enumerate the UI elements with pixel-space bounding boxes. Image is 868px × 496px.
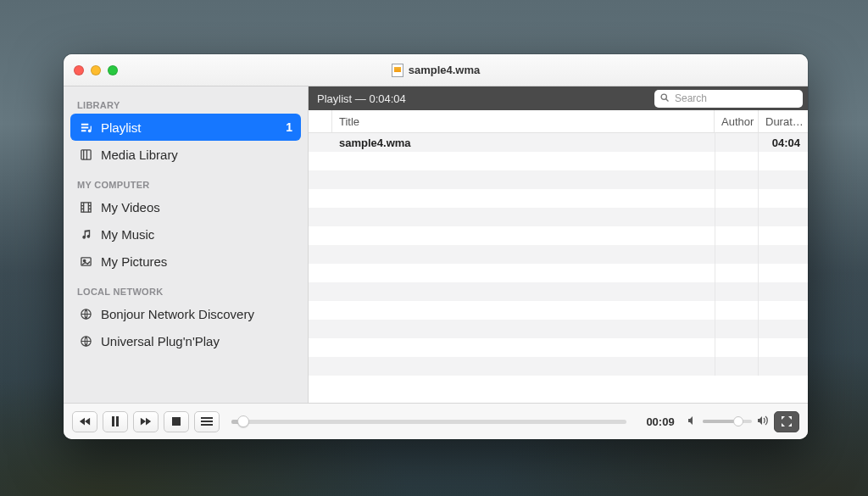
playlist-table: Title Author Durat… sample4.wma 04:04 [309, 110, 808, 403]
minimize-window-button[interactable] [91, 65, 101, 75]
previous-button[interactable] [72, 411, 97, 432]
svg-point-8 [661, 94, 666, 99]
table-row-empty [309, 152, 808, 170]
music-icon [79, 228, 92, 241]
sidebar-item-my-music[interactable]: My Music [70, 220, 301, 248]
sidebar-item-label: Bonjour Network Discovery [101, 307, 254, 321]
sidebar-item-playlist[interactable]: Playlist 1 [70, 114, 301, 141]
pause-button[interactable] [103, 411, 128, 432]
seek-slider[interactable] [231, 415, 626, 428]
volume-slider[interactable] [703, 420, 752, 423]
library-icon [79, 148, 92, 161]
fullscreen-button[interactable] [774, 411, 799, 432]
table-row-empty [309, 208, 808, 226]
column-handle[interactable] [309, 110, 332, 132]
sidebar-item-label: Media Library [101, 148, 178, 162]
sidebar-item-label: Universal Plug'n'Play [101, 334, 220, 348]
svg-rect-1 [90, 125, 91, 130]
column-duration[interactable]: Durat… [759, 110, 808, 132]
sidebar-item-my-pictures[interactable]: My Pictures [70, 248, 301, 275]
sidebar-section-local-network: LOCAL NETWORK [70, 281, 301, 300]
playlist-menu-button[interactable] [194, 411, 220, 432]
stop-button[interactable] [164, 411, 189, 432]
svg-rect-11 [172, 417, 181, 426]
main-panel: Playlist — 0:04:04 Title Author Durat… [309, 86, 808, 403]
sidebar-section-library: LIBRARY [70, 95, 301, 114]
playlist-header-title: Playlist — 0:04:04 [317, 92, 406, 105]
svg-point-5 [83, 259, 85, 261]
search-field[interactable] [654, 90, 803, 108]
network-icon [79, 335, 92, 348]
close-window-button[interactable] [74, 65, 84, 75]
sidebar-item-label: My Videos [101, 200, 160, 215]
svg-rect-3 [81, 202, 90, 211]
desktop-background: sample4.wma LIBRARY Playlist 1 [0, 0, 868, 496]
sidebar-item-label: Playlist [101, 120, 142, 135]
table-row-empty [309, 170, 808, 189]
window-title: sample4.wma [409, 64, 481, 76]
playlist-count-badge: 1 [286, 120, 292, 134]
search-icon [659, 92, 670, 105]
table-row-empty [309, 245, 808, 264]
sidebar: LIBRARY Playlist 1 Media Library MY COMP… [64, 86, 309, 403]
app-window: sample4.wma LIBRARY Playlist 1 [64, 54, 808, 439]
playlist-icon [79, 121, 92, 134]
sidebar-item-upnp[interactable]: Universal Plug'n'Play [70, 327, 301, 354]
table-row-empty [309, 264, 808, 282]
sidebar-item-label: My Pictures [101, 254, 167, 269]
table-row-empty [309, 282, 808, 301]
table-header: Title Author Durat… [309, 110, 808, 133]
search-input[interactable] [675, 92, 798, 104]
sidebar-item-media-library[interactable]: Media Library [70, 141, 301, 168]
table-row-empty [309, 320, 808, 338]
volume-control [687, 414, 769, 429]
volume-high-icon [757, 414, 769, 429]
table-row-empty [309, 301, 808, 320]
table-row-empty [309, 338, 808, 357]
picture-icon [79, 255, 92, 268]
next-button[interactable] [133, 411, 159, 432]
volume-knob[interactable] [733, 416, 743, 426]
table-row-empty [309, 189, 808, 208]
row-title: sample4.wma [332, 133, 715, 152]
svg-rect-10 [116, 416, 119, 426]
svg-rect-12 [201, 417, 213, 419]
playback-bar: 00:09 [64, 403, 808, 439]
table-row[interactable]: sample4.wma 04:04 [309, 133, 808, 152]
seek-knob[interactable] [237, 415, 249, 427]
svg-rect-9 [112, 416, 114, 426]
network-icon [79, 308, 92, 320]
film-icon [79, 201, 92, 214]
row-handle [309, 133, 332, 152]
table-row-empty [309, 226, 808, 245]
svg-rect-14 [201, 424, 213, 426]
elapsed-time: 00:09 [638, 415, 682, 428]
row-duration: 04:04 [759, 133, 808, 152]
sidebar-item-my-videos[interactable]: My Videos [70, 193, 301, 220]
column-title[interactable]: Title [332, 110, 715, 132]
volume-low-icon [687, 414, 698, 429]
sidebar-item-label: My Music [101, 227, 154, 242]
sidebar-section-my-computer: MY COMPUTER [70, 175, 301, 193]
svg-rect-2 [81, 149, 90, 159]
window-controls [74, 65, 118, 75]
table-body: sample4.wma 04:04 [309, 133, 808, 403]
table-row-empty [309, 357, 808, 376]
playlist-header-bar: Playlist — 0:04:04 [309, 86, 808, 110]
titlebar: sample4.wma [64, 54, 808, 86]
document-icon [392, 64, 403, 77]
sidebar-item-bonjour[interactable]: Bonjour Network Discovery [70, 300, 301, 327]
svg-rect-13 [201, 421, 213, 422]
row-author [715, 133, 759, 152]
column-author[interactable]: Author [715, 110, 759, 132]
zoom-window-button[interactable] [108, 65, 118, 75]
